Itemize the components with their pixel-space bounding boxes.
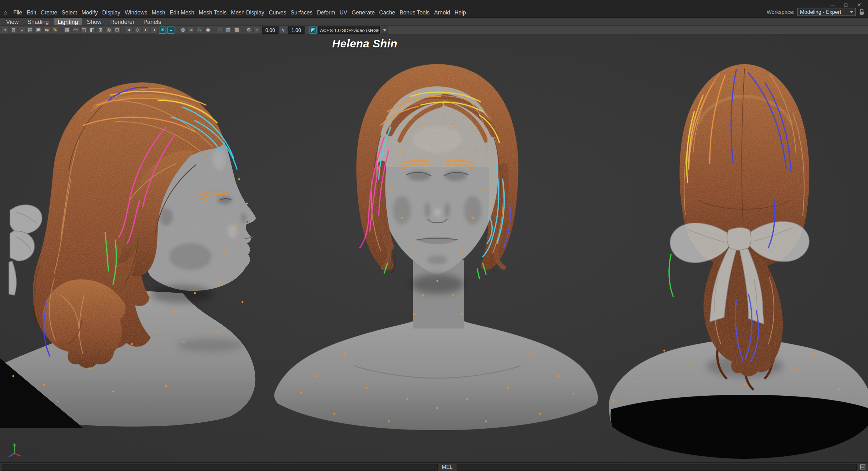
screen-space-ao-icon[interactable]: ◍ bbox=[180, 27, 187, 34]
menu-uv[interactable]: UV bbox=[337, 9, 349, 15]
gamma-icon[interactable]: γ bbox=[279, 27, 287, 34]
settings-gear-icon[interactable]: ⚙ bbox=[245, 27, 252, 34]
menu-file[interactable]: File bbox=[11, 9, 24, 15]
isolate-select-icon[interactable]: ◌ bbox=[217, 27, 224, 34]
wireframe-icon[interactable]: ◇ bbox=[134, 27, 141, 34]
menu-mesh[interactable]: Mesh bbox=[149, 9, 167, 15]
command-mode-toggle[interactable]: MEL bbox=[440, 464, 454, 470]
use-default-material-icon[interactable]: ● bbox=[126, 27, 133, 34]
tab-renderer[interactable]: Renderer bbox=[106, 18, 138, 26]
tab-shading[interactable]: Shading bbox=[24, 18, 53, 26]
toolbar-divider bbox=[307, 27, 307, 33]
menu-mesh-display[interactable]: Mesh Display bbox=[229, 9, 267, 15]
safe-action-icon[interactable]: ◎ bbox=[105, 27, 113, 34]
tab-lighting[interactable]: Lighting bbox=[54, 18, 82, 26]
menu-edit[interactable]: Edit bbox=[25, 9, 38, 15]
toolbar-divider bbox=[214, 27, 214, 33]
menu-modify[interactable]: Modify bbox=[79, 9, 100, 15]
panel-menubar: View Shading Lighting Show Renderer Pane… bbox=[0, 18, 868, 26]
exposure-icon[interactable]: ☼ bbox=[253, 27, 260, 34]
exposure-field[interactable]: 0.00 bbox=[262, 27, 279, 34]
viewport-title: Helena Shin bbox=[332, 38, 397, 51]
gamma-field[interactable]: 1.00 bbox=[288, 27, 305, 34]
anti-aliasing-icon[interactable]: △ bbox=[196, 27, 203, 34]
menu-display[interactable]: Display bbox=[100, 9, 123, 15]
wireframe-on-shaded-icon[interactable]: ▧ bbox=[233, 27, 240, 34]
colorspace-caret-button[interactable] bbox=[381, 27, 388, 34]
color-management-icon[interactable]: ◩ bbox=[309, 27, 317, 34]
workspace-dropdown[interactable]: Modeling - Expert bbox=[797, 8, 856, 16]
menu-help[interactable]: Help bbox=[453, 9, 468, 15]
maya-window: — □ ✕ ⌂ File Edit Create Select Modify D… bbox=[0, 0, 868, 471]
menu-cache[interactable]: Cache bbox=[377, 9, 397, 15]
colorspace-dropdown[interactable]: ACES 1.0 SDR-video (sRGB) bbox=[318, 27, 380, 34]
safe-title-icon[interactable]: ⊡ bbox=[114, 27, 121, 34]
menu-mesh-tools[interactable]: Mesh Tools bbox=[196, 9, 229, 15]
shadows-icon[interactable]: ◒ bbox=[167, 27, 175, 34]
chevron-down-icon bbox=[850, 11, 853, 13]
title-bar: — □ ✕ ⌂ File Edit Create Select Modify D… bbox=[0, 0, 868, 18]
toolbar-divider bbox=[123, 27, 124, 33]
motion-blur-icon[interactable]: ≈ bbox=[188, 27, 195, 34]
workspace-area: Workspace: Modeling - Expert bbox=[767, 8, 865, 16]
menu-select[interactable]: Select bbox=[59, 9, 79, 15]
field-chart-icon[interactable]: ⊞ bbox=[97, 27, 104, 34]
toolbar-divider bbox=[177, 27, 177, 33]
script-editor-icon[interactable] bbox=[859, 464, 866, 471]
menu-deform[interactable]: Deform bbox=[315, 9, 337, 15]
grease-pencil-icon[interactable]: ✎ bbox=[52, 27, 59, 34]
tab-view[interactable]: View bbox=[2, 18, 22, 26]
command-input[interactable] bbox=[457, 464, 857, 470]
film-gate-icon[interactable]: ▭ bbox=[72, 27, 79, 34]
depth-of-field-icon[interactable]: ◉ bbox=[204, 27, 212, 34]
command-line-bar: MEL bbox=[0, 462, 868, 471]
tab-panels[interactable]: Panels bbox=[140, 18, 165, 26]
workspace-value: Modeling - Expert bbox=[800, 9, 841, 15]
grid-icon[interactable]: ▦ bbox=[64, 27, 71, 34]
maya-app-icon[interactable]: ⌂ bbox=[2, 8, 9, 16]
resolution-gate-icon[interactable]: ◫ bbox=[80, 27, 87, 34]
use-all-lights-icon[interactable]: ☀ bbox=[159, 27, 166, 34]
smooth-shade-icon[interactable]: ◐ bbox=[143, 27, 150, 34]
menu-generate[interactable]: Generate bbox=[349, 9, 377, 15]
menu-create[interactable]: Create bbox=[38, 9, 59, 15]
toolbar-divider bbox=[242, 27, 243, 33]
select-camera-icon[interactable]: ⌖ bbox=[2, 27, 9, 34]
view-axis-indicator bbox=[7, 440, 23, 458]
menu-windows[interactable]: Windows bbox=[123, 9, 150, 15]
tab-show[interactable]: Show bbox=[83, 18, 105, 26]
lock-camera-icon[interactable]: ⊠ bbox=[10, 27, 17, 34]
menu-edit-mesh[interactable]: Edit Mesh bbox=[167, 9, 196, 15]
bookmarks-icon[interactable]: ▤ bbox=[27, 27, 34, 34]
menu-arnold[interactable]: Arnold bbox=[432, 9, 453, 15]
camera-attributes-icon[interactable]: ≡ bbox=[18, 27, 26, 34]
lock-icon[interactable] bbox=[859, 8, 865, 15]
viewport-canvas[interactable] bbox=[0, 34, 868, 462]
toolbar-divider bbox=[61, 27, 62, 33]
menu-curves[interactable]: Curves bbox=[267, 9, 288, 15]
menu-surfaces[interactable]: Surfaces bbox=[288, 9, 315, 15]
chevron-down-icon bbox=[383, 29, 386, 31]
workspace-label: Workspace: bbox=[767, 9, 795, 15]
viewport-panel[interactable]: Helena Shin bbox=[0, 34, 868, 462]
x-ray-icon[interactable]: ▥ bbox=[225, 27, 232, 34]
pan-zoom-2d-icon[interactable]: ⇆ bbox=[43, 27, 50, 34]
gate-mask-icon[interactable]: ◧ bbox=[89, 27, 96, 34]
panel-toolbar: ⌖ ⊠ ≡ ▤ ▣ ⇆ ✎ ▦ ▭ ◫ ◧ ⊞ ◎ ⊡ ● ◇ ◐ ◑ ☀ ◒ … bbox=[0, 26, 868, 34]
help-line[interactable] bbox=[2, 464, 438, 470]
textured-icon[interactable]: ◑ bbox=[151, 27, 158, 34]
main-menubar: ⌂ File Edit Create Select Modify Display… bbox=[2, 8, 468, 16]
image-plane-icon[interactable]: ▣ bbox=[35, 27, 42, 34]
menu-bonus-tools[interactable]: Bonus Tools bbox=[397, 9, 432, 15]
